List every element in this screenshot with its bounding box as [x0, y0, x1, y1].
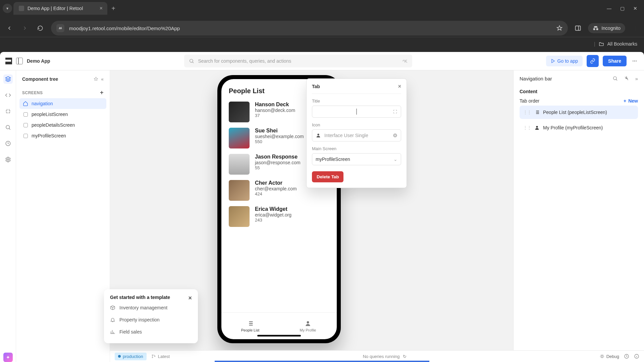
back-button[interactable]	[5, 23, 14, 33]
address-bar: moodjoy1.retool.com/mobile/editor/Demo%2…	[0, 17, 644, 37]
incognito-label: Incognito	[601, 25, 621, 31]
version-selector[interactable]: Latest	[151, 354, 170, 359]
share-button[interactable]: Share	[603, 56, 627, 66]
person-name: Sue Shei	[255, 128, 304, 134]
bug-icon	[600, 354, 604, 359]
url-text: moodjoy1.retool.com/mobile/editor/Demo%2…	[69, 25, 552, 31]
svg-point-5	[307, 321, 309, 323]
rail-ai-icon[interactable]: ✦	[3, 353, 13, 362]
icon-input[interactable]: Interface User Single	[312, 129, 401, 141]
close-tab-icon[interactable]: ×	[100, 5, 103, 11]
debug-button[interactable]: Debug	[600, 354, 619, 359]
template-item[interactable]: Inventory management	[110, 302, 192, 314]
person-email: sueshei@example.com	[255, 134, 304, 139]
retool-logo-icon[interactable]	[5, 58, 12, 64]
svg-point-1	[190, 59, 193, 62]
forward-button[interactable]	[20, 23, 30, 33]
rail-code-icon[interactable]	[3, 90, 13, 100]
tab-label: My Profile	[300, 328, 316, 332]
url-field[interactable]: moodjoy1.retool.com/mobile/editor/Demo%2…	[51, 21, 568, 36]
template-icon[interactable]	[393, 109, 397, 114]
rail-history-icon[interactable]	[3, 139, 13, 148]
tree-item-myprofile[interactable]: myProfileScreen	[19, 130, 106, 141]
branch-icon	[151, 354, 156, 359]
person-name: Cher Actor	[255, 180, 297, 186]
person-number: 550	[255, 139, 304, 144]
new-tab-button[interactable]: +	[109, 5, 118, 12]
logo-block: Demo App	[5, 58, 50, 64]
site-controls-icon[interactable]	[56, 24, 64, 32]
clear-icon[interactable]	[393, 133, 397, 138]
copy-link-button[interactable]	[587, 55, 599, 67]
panel-toggle-icon[interactable]	[16, 58, 23, 64]
tab-title: Demo App | Editor | Retool	[28, 6, 83, 11]
screen-icon	[23, 122, 28, 128]
collapse-icon[interactable]: «	[101, 76, 104, 82]
incognito-badge[interactable]: Incognito	[588, 23, 625, 33]
bell-icon	[110, 317, 115, 322]
footer-right: Debug	[600, 354, 639, 359]
info-icon[interactable]	[634, 354, 639, 359]
command-search[interactable]: Search for components, queries, and acti…	[184, 55, 412, 67]
rail-search-icon[interactable]	[3, 123, 13, 132]
title-field-label: Title	[312, 99, 401, 104]
browser-chrome: ▾ Demo App | Editor | Retool × + — ▢ ✕ m…	[0, 0, 644, 52]
person-number: 243	[255, 218, 291, 223]
title-input[interactable]	[312, 106, 401, 118]
browser-tab[interactable]: Demo App | Editor | Retool ×	[13, 2, 107, 15]
close-popup-icon[interactable]: ×	[398, 83, 401, 89]
queries-status: No queries running ↻	[174, 354, 595, 359]
tab-dropdown[interactable]: ▾	[3, 4, 12, 13]
mainscreen-field-label: Main Screen	[312, 146, 401, 151]
drag-handle-icon[interactable]: ⋮⋮	[523, 125, 531, 130]
rail-settings-icon[interactable]	[3, 155, 13, 164]
close-window-icon[interactable]: ✕	[633, 6, 637, 11]
template-item[interactable]: Field sales	[110, 326, 192, 338]
goto-app-label: Go to app	[557, 58, 578, 64]
chevron-down-icon: ⌄	[393, 157, 397, 162]
tab-order-item[interactable]: ⋮⋮ My Profile (myProfileScreen)	[520, 121, 638, 134]
tree-item-peoplelist[interactable]: peopleListScreen	[19, 109, 106, 120]
screens-label: SCREENS	[22, 90, 43, 95]
tab-order-item[interactable]: ⋮⋮ People List (peopleListScreen)	[520, 106, 638, 119]
chrome-menu-icon[interactable]: ⋮	[631, 24, 639, 32]
side-panel-icon[interactable]	[574, 24, 582, 32]
person-email: hanson@deck.com	[255, 108, 295, 113]
template-heading: Get started with a template	[110, 295, 170, 302]
all-bookmarks[interactable]: All Bookmarks	[607, 41, 637, 47]
history-footer-icon[interactable]	[624, 354, 629, 359]
add-screen-button[interactable]: +	[100, 89, 104, 96]
close-template-icon[interactable]: ×	[188, 295, 192, 302]
mainscreen-select[interactable]: myProfileScreen ⌄	[312, 153, 401, 165]
template-item[interactable]: Property inspection	[110, 314, 192, 326]
env-pill[interactable]: production	[115, 353, 147, 360]
tree-item-label: peopleListScreen	[32, 112, 68, 117]
avatar	[229, 206, 250, 227]
new-tab-button[interactable]: + New	[624, 98, 638, 104]
search-icon	[189, 58, 194, 64]
pin-icon[interactable]	[94, 77, 98, 81]
star-icon[interactable]	[556, 25, 562, 31]
expand-icon[interactable]: »	[635, 76, 638, 81]
svg-point-2	[6, 125, 10, 129]
refresh-icon[interactable]: ↻	[403, 354, 407, 359]
tree-item-peopledetails[interactable]: peopleDetailsScreen	[19, 120, 106, 130]
unpin-icon[interactable]	[624, 76, 629, 81]
minimize-icon[interactable]: —	[607, 6, 611, 11]
component-tree-heading: Component tree «	[19, 75, 106, 87]
home-indicator	[257, 335, 301, 337]
search-shortcut: ^K	[402, 59, 408, 64]
reload-button[interactable]	[36, 23, 45, 33]
tree-item-navigation[interactable]: navigation	[19, 98, 106, 109]
goto-app-button[interactable]: Go to app	[546, 56, 583, 66]
person-email: jason@response.com	[255, 160, 301, 165]
drag-handle-icon[interactable]: ⋮⋮	[523, 110, 531, 115]
rail-layers-icon[interactable]	[3, 74, 13, 84]
list-item[interactable]: Erica Widget erica@widget.org 243	[221, 203, 337, 230]
more-menu-icon[interactable]: ⋯	[631, 57, 639, 65]
screen-icon	[23, 112, 28, 117]
rail-state-icon[interactable]	[3, 107, 13, 116]
delete-tab-button[interactable]: Delete Tab	[312, 171, 343, 182]
maximize-icon[interactable]: ▢	[620, 6, 625, 11]
inspector-search-icon[interactable]	[612, 76, 618, 81]
